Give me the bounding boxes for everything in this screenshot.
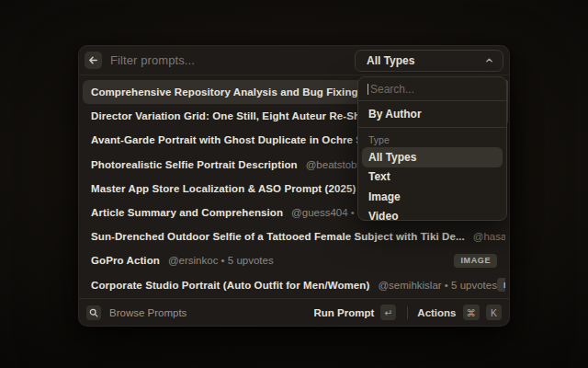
dropdown-section-label: Type <box>358 128 506 147</box>
dropdown-options: All TypesTextImageVideo <box>358 147 506 221</box>
dropdown-search-placeholder: Search... <box>370 83 414 96</box>
prompt-title: Article Summary and Comprehension <box>91 207 283 218</box>
command-key-icon: ⌘ <box>463 305 481 320</box>
search-icon <box>86 305 101 320</box>
arrow-left-icon <box>88 55 98 65</box>
prompt-meta: @ersinkoc • 5 upvotes <box>168 255 274 266</box>
dropdown-option[interactable]: Text <box>362 167 503 188</box>
prompt-type-badge: IMAGE <box>454 254 497 268</box>
prompt-meta: @hasangariban • 5 upvotes <box>473 231 505 242</box>
prompt-meta: @semihkislar • 5 upvotes <box>378 280 496 291</box>
type-filter-select[interactable]: All Types <box>355 50 503 72</box>
browse-prompts-label: Browse Prompts <box>109 307 187 318</box>
prompt-row[interactable]: Sun-Drenched Outdoor Selfie of a Tattooe… <box>83 224 505 248</box>
prompt-title: Sun-Drenched Outdoor Selfie of a Tattooe… <box>91 231 465 242</box>
dropdown-option[interactable]: Image <box>362 187 503 207</box>
prompt-title: Avant-Garde Portrait with Ghost Duplicat… <box>91 134 390 145</box>
text-cursor <box>368 84 368 95</box>
type-select-value: All Types <box>367 54 414 67</box>
dropdown-item-by-author[interactable]: By Author <box>358 101 506 127</box>
actions-button[interactable]: Actions <box>417 307 456 318</box>
prompt-title: Director Variation Grid: One Still, Eigh… <box>91 110 383 121</box>
dropdown-option[interactable]: Video <box>362 207 503 222</box>
k-key-icon: K <box>486 305 502 320</box>
type-filter-dropdown: Search... By Author Type All TypesTextIm… <box>357 76 507 221</box>
prompt-title: Photorealistic Selfie Portrait Descripti… <box>91 159 298 170</box>
desktop-background: Filter prompts... All Types Comprehensiv… <box>0 0 588 368</box>
palette-footer: Browse Prompts Run Prompt ↵ Actions ⌘ K <box>79 298 509 326</box>
divider <box>407 306 408 319</box>
chevron-up-icon <box>485 56 493 64</box>
prompt-row[interactable]: Corporate Studio Portrait (Auto Outfit f… <box>83 273 505 297</box>
dropdown-search-input[interactable]: Search... <box>358 77 506 101</box>
footer-actions: Run Prompt ↵ Actions ⌘ K <box>314 305 502 320</box>
prompt-title: GoPro Action <box>91 255 160 266</box>
prompt-title: Corporate Studio Portrait (Auto Outfit f… <box>91 280 369 291</box>
prompt-type-badge: IMAGE <box>497 278 505 292</box>
dropdown-option[interactable]: All Types <box>362 147 503 167</box>
prompt-row[interactable]: GoPro Action @ersinkoc • 5 upvotes IMAGE <box>83 248 505 272</box>
palette-header: Filter prompts... All Types <box>79 46 509 75</box>
run-prompt-button[interactable]: Run Prompt <box>314 307 375 318</box>
filter-prompts-input[interactable]: Filter prompts... <box>110 53 355 67</box>
back-button[interactable] <box>85 52 102 69</box>
prompt-palette-window: Filter prompts... All Types Comprehensiv… <box>78 45 510 327</box>
enter-key-icon: ↵ <box>380 305 396 320</box>
